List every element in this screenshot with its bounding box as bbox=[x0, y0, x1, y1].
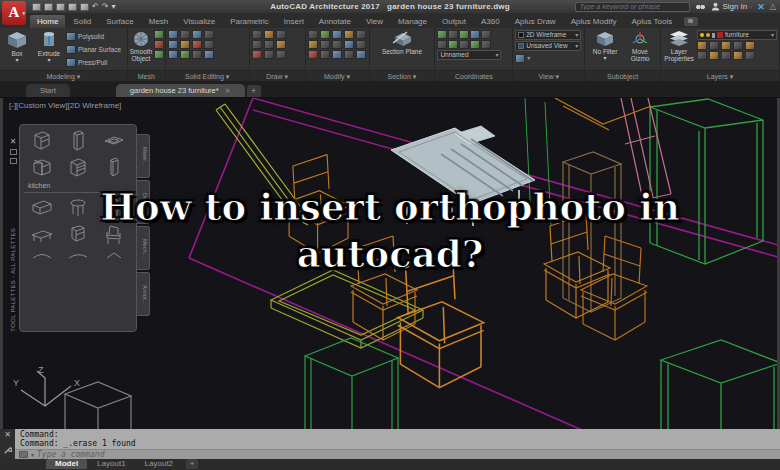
ucs-tool-icon[interactable] bbox=[448, 30, 458, 39]
draw-tool-icon[interactable] bbox=[276, 40, 286, 49]
circle-icon[interactable] bbox=[252, 40, 262, 49]
modify-tool-icon[interactable] bbox=[344, 30, 354, 39]
ucs-tool-icon[interactable] bbox=[459, 30, 469, 39]
section-plane-button[interactable]: Section Plane bbox=[380, 30, 424, 55]
command-customize-icon[interactable] bbox=[3, 446, 12, 455]
line-icon[interactable] bbox=[252, 30, 262, 39]
layer-tool-icon[interactable] bbox=[697, 51, 707, 60]
tab-parametric[interactable]: Parametric bbox=[223, 15, 276, 28]
file-tab-start[interactable]: Start bbox=[26, 84, 70, 97]
palette-tool-narrow-cabinet-icon[interactable] bbox=[102, 156, 126, 180]
palette-tool-sink-icon[interactable] bbox=[102, 129, 126, 153]
planar-surface-button[interactable]: Planar Surface bbox=[66, 43, 121, 55]
solid-tool-icon[interactable] bbox=[180, 30, 190, 39]
help-search-input[interactable] bbox=[575, 2, 690, 12]
solid-tool-icon[interactable] bbox=[192, 30, 202, 39]
erase-icon[interactable] bbox=[308, 50, 318, 59]
tab-layout1[interactable]: Layout1 bbox=[88, 458, 134, 469]
mesh-tool-icon[interactable] bbox=[154, 40, 164, 49]
command-close-icon[interactable]: ✕ bbox=[4, 431, 11, 439]
draw-tool-icon[interactable] bbox=[264, 40, 274, 49]
panel-label-layers[interactable]: Layers ▾ bbox=[661, 70, 779, 81]
tab-surface[interactable]: Surface bbox=[99, 15, 141, 28]
rotate-icon[interactable] bbox=[308, 40, 318, 49]
tab-insert[interactable]: Insert bbox=[277, 15, 311, 28]
new-layout-button[interactable]: + bbox=[186, 459, 198, 469]
viewport-controls-label[interactable]: [-][Custom View][2D Wireframe] bbox=[9, 101, 121, 110]
modify-tool-icon[interactable] bbox=[332, 40, 342, 49]
smooth-object-button[interactable]: Smooth Object bbox=[130, 30, 152, 62]
layer-tool-icon[interactable] bbox=[721, 41, 731, 50]
layer-dropdown[interactable]: furniture ▾ bbox=[697, 30, 777, 40]
undo-icon[interactable]: ↶ bbox=[92, 3, 99, 11]
modify-tool-icon[interactable] bbox=[356, 30, 366, 39]
new-file-icon[interactable] bbox=[32, 3, 41, 11]
draw-tool-icon[interactable] bbox=[264, 50, 274, 59]
tab-view[interactable]: View bbox=[359, 15, 390, 28]
viewport-config-icon[interactable] bbox=[515, 54, 525, 63]
help-icon[interactable]: △ bbox=[770, 2, 776, 11]
modify-tool-icon[interactable] bbox=[344, 40, 354, 49]
solid-tool-icon[interactable] bbox=[204, 30, 214, 39]
named-view-dropdown[interactable]: Unsaved View ▾ bbox=[515, 41, 581, 51]
ucs-tool-icon[interactable] bbox=[459, 40, 469, 49]
layer-tool-icon[interactable] bbox=[697, 41, 707, 50]
tab-solid[interactable]: Solid bbox=[66, 15, 98, 28]
modify-tool-icon[interactable] bbox=[320, 50, 330, 59]
tab-manage[interactable]: Manage bbox=[391, 15, 434, 28]
layer-tool-icon[interactable] bbox=[733, 51, 743, 60]
solid-tool-icon[interactable] bbox=[180, 50, 190, 59]
modify-tool-icon[interactable] bbox=[344, 50, 354, 59]
modify-tool-icon[interactable] bbox=[356, 50, 366, 59]
modify-tool-icon[interactable] bbox=[332, 50, 342, 59]
tab-aplus-tools[interactable]: Aplus Tools bbox=[624, 15, 679, 28]
file-tab-active[interactable]: garden house 23 furniture* ✕ bbox=[116, 84, 245, 97]
plot-icon[interactable] bbox=[80, 3, 89, 11]
tab-visualize[interactable]: Visualize bbox=[176, 15, 222, 28]
move-icon[interactable] bbox=[308, 30, 318, 39]
panel-label-solid-editing[interactable]: Solid Editing ▾ bbox=[166, 70, 249, 81]
layer-tool-icon[interactable] bbox=[709, 51, 719, 60]
intersect-icon[interactable] bbox=[168, 50, 178, 59]
palette-tool-base-cabinet-icon[interactable] bbox=[30, 156, 54, 180]
modify-tool-icon[interactable] bbox=[320, 40, 330, 49]
tab-layout2[interactable]: Layout2 bbox=[136, 458, 182, 469]
mesh-tool-icon[interactable] bbox=[154, 30, 164, 39]
close-tab-icon[interactable]: ✕ bbox=[225, 87, 231, 95]
save-as-icon[interactable] bbox=[68, 3, 77, 11]
draw-tool-icon[interactable] bbox=[264, 30, 274, 39]
layer-tool-icon[interactable] bbox=[733, 41, 743, 50]
visual-style-dropdown[interactable]: 2D Wireframe ▾ bbox=[515, 30, 581, 40]
panel-label-subobject[interactable]: Subobject bbox=[585, 70, 660, 81]
redo-icon[interactable]: ↷ bbox=[102, 3, 109, 11]
application-menu-button[interactable]: A▾ bbox=[2, 1, 26, 25]
union-icon[interactable] bbox=[168, 30, 178, 39]
tab-a360[interactable]: A360 bbox=[474, 15, 507, 28]
modify-tool-icon[interactable] bbox=[332, 30, 342, 39]
tab-home[interactable]: Home bbox=[30, 15, 65, 28]
drawing-viewport[interactable]: [-][Custom View][2D Wireframe] ✕ TOOL PA… bbox=[0, 98, 780, 429]
press-pull-button[interactable]: Press/Pull bbox=[66, 56, 121, 68]
exchange-apps-icon[interactable]: ✕ bbox=[757, 2, 765, 12]
layer-tool-icon[interactable] bbox=[721, 51, 731, 60]
solid-tool-icon[interactable] bbox=[192, 50, 202, 59]
draw-tool-icon[interactable] bbox=[276, 50, 286, 59]
search-icon[interactable] bbox=[695, 3, 706, 11]
solid-tool-icon[interactable] bbox=[204, 40, 214, 49]
qat-dropdown-icon[interactable]: ▾ bbox=[111, 3, 115, 11]
palette-tab-materials[interactable]: Mater... bbox=[137, 134, 150, 178]
named-ucs-dropdown[interactable]: Unnamed ▾ bbox=[437, 50, 501, 60]
ucs-tool-icon[interactable] bbox=[437, 40, 447, 49]
ucs-tool-icon[interactable] bbox=[481, 30, 491, 39]
panel-label-mesh[interactable]: Mesh bbox=[128, 70, 165, 81]
extrude-button[interactable]: Extrude ▾ bbox=[34, 30, 64, 63]
solid-tool-icon[interactable] bbox=[204, 50, 214, 59]
panel-label-draw[interactable]: Draw ▾ bbox=[250, 70, 305, 81]
ucs-tool-icon[interactable] bbox=[470, 30, 480, 39]
draw-tool-icon[interactable] bbox=[252, 50, 262, 59]
panel-label-modify[interactable]: Modify ▾ bbox=[306, 70, 369, 81]
modify-tool-icon[interactable] bbox=[356, 40, 366, 49]
move-gizmo-button[interactable]: Move Gizmo bbox=[625, 30, 655, 62]
palette-tab-annotation[interactable]: Annot... bbox=[137, 272, 150, 316]
box-button[interactable]: Box ▾ bbox=[2, 30, 32, 63]
